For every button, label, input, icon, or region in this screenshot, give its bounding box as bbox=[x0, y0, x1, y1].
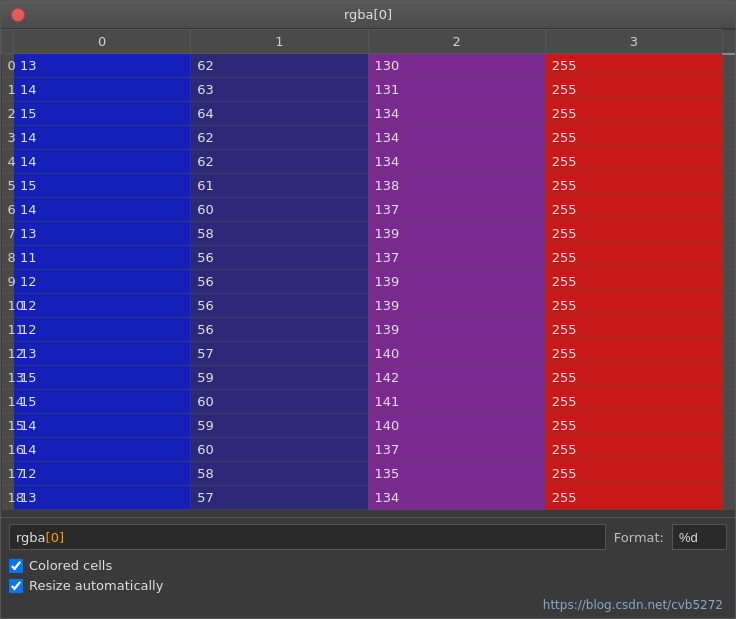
cell-col3[interactable]: 255 bbox=[545, 390, 722, 414]
cell-col2[interactable]: 139 bbox=[368, 270, 545, 294]
cell-col1[interactable]: 58 bbox=[191, 222, 368, 246]
cell-col0[interactable]: 15 bbox=[14, 366, 191, 390]
cell-col1[interactable]: 60 bbox=[191, 198, 368, 222]
resize-auto-row: Resize automatically bbox=[9, 578, 727, 593]
cell-col1[interactable]: 56 bbox=[191, 270, 368, 294]
cell-col1[interactable]: 56 bbox=[191, 246, 368, 270]
cell-col2[interactable]: 139 bbox=[368, 318, 545, 342]
close-button[interactable] bbox=[11, 8, 25, 22]
cell-col2[interactable]: 134 bbox=[368, 486, 545, 510]
cell-col3[interactable]: 255 bbox=[545, 54, 722, 78]
expr-bracket: [0] bbox=[46, 530, 64, 545]
cell-col1[interactable]: 56 bbox=[191, 318, 368, 342]
cell-col0[interactable]: 15 bbox=[14, 102, 191, 126]
cell-col1[interactable]: 56 bbox=[191, 294, 368, 318]
cell-col3[interactable]: 255 bbox=[545, 366, 722, 390]
cell-col3[interactable]: 255 bbox=[545, 438, 722, 462]
cell-col2[interactable]: 135 bbox=[368, 462, 545, 486]
cell-col3[interactable]: 255 bbox=[545, 222, 722, 246]
table-row: 11463131255 bbox=[2, 78, 735, 102]
scrollbar-spacer bbox=[723, 414, 735, 438]
scrollbar-spacer bbox=[723, 126, 735, 150]
cell-col1[interactable]: 58 bbox=[191, 462, 368, 486]
cell-col1[interactable]: 57 bbox=[191, 342, 368, 366]
cell-col2[interactable]: 134 bbox=[368, 126, 545, 150]
scrollbar-spacer bbox=[723, 222, 735, 246]
table-row: 161460137255 bbox=[2, 438, 735, 462]
cell-col3[interactable]: 255 bbox=[545, 102, 722, 126]
cell-col2[interactable]: 139 bbox=[368, 294, 545, 318]
cell-col3[interactable]: 255 bbox=[545, 462, 722, 486]
cell-col2[interactable]: 140 bbox=[368, 414, 545, 438]
cell-col3[interactable]: 255 bbox=[545, 318, 722, 342]
cell-col2[interactable]: 140 bbox=[368, 342, 545, 366]
cell-col0[interactable]: 14 bbox=[14, 198, 191, 222]
cell-col1[interactable]: 60 bbox=[191, 438, 368, 462]
cell-col1[interactable]: 59 bbox=[191, 414, 368, 438]
scrollbar-spacer bbox=[723, 318, 735, 342]
cell-col2[interactable]: 137 bbox=[368, 438, 545, 462]
cell-col0[interactable]: 14 bbox=[14, 438, 191, 462]
cell-col0[interactable]: 15 bbox=[14, 390, 191, 414]
cell-col1[interactable]: 64 bbox=[191, 102, 368, 126]
cell-col0[interactable]: 12 bbox=[14, 270, 191, 294]
expr-text: rgba bbox=[16, 530, 46, 545]
scrollbar-spacer bbox=[723, 294, 735, 318]
colored-cells-label: Colored cells bbox=[29, 558, 112, 573]
cell-col2[interactable]: 138 bbox=[368, 174, 545, 198]
cell-col0[interactable]: 13 bbox=[14, 54, 191, 78]
table-row: 111256139255 bbox=[2, 318, 735, 342]
cell-col3[interactable]: 255 bbox=[545, 246, 722, 270]
cell-col2[interactable]: 137 bbox=[368, 246, 545, 270]
main-window: rgba[0] 0 1 2 3 013621302551146313125521… bbox=[0, 0, 736, 619]
cell-col2[interactable]: 139 bbox=[368, 222, 545, 246]
cell-col1[interactable]: 62 bbox=[191, 150, 368, 174]
cell-col0[interactable]: 13 bbox=[14, 342, 191, 366]
row-index: 2 bbox=[2, 102, 14, 126]
cell-col3[interactable]: 255 bbox=[545, 414, 722, 438]
cell-col2[interactable]: 137 bbox=[368, 198, 545, 222]
cell-col0[interactable]: 11 bbox=[14, 246, 191, 270]
cell-col3[interactable]: 255 bbox=[545, 294, 722, 318]
cell-col3[interactable]: 255 bbox=[545, 150, 722, 174]
cell-col2[interactable]: 134 bbox=[368, 150, 545, 174]
cell-col0[interactable]: 14 bbox=[14, 126, 191, 150]
cell-col3[interactable]: 255 bbox=[545, 126, 722, 150]
scrollbar-spacer bbox=[723, 78, 735, 102]
cell-col1[interactable]: 62 bbox=[191, 54, 368, 78]
cell-col2[interactable]: 141 bbox=[368, 390, 545, 414]
cell-col0[interactable]: 14 bbox=[14, 150, 191, 174]
cell-col3[interactable]: 255 bbox=[545, 174, 722, 198]
cell-col0[interactable]: 13 bbox=[14, 486, 191, 510]
cell-col0[interactable]: 14 bbox=[14, 414, 191, 438]
cell-col1[interactable]: 60 bbox=[191, 390, 368, 414]
row-index: 0 bbox=[2, 54, 14, 78]
cell-col1[interactable]: 63 bbox=[191, 78, 368, 102]
cell-col3[interactable]: 255 bbox=[545, 486, 722, 510]
cell-col3[interactable]: 255 bbox=[545, 78, 722, 102]
cell-col2[interactable]: 142 bbox=[368, 366, 545, 390]
cell-col1[interactable]: 61 bbox=[191, 174, 368, 198]
cell-col1[interactable]: 57 bbox=[191, 486, 368, 510]
cell-col1[interactable]: 59 bbox=[191, 366, 368, 390]
cell-col3[interactable]: 255 bbox=[545, 198, 722, 222]
cell-col2[interactable]: 134 bbox=[368, 102, 545, 126]
cell-col3[interactable]: 255 bbox=[545, 342, 722, 366]
cell-col1[interactable]: 62 bbox=[191, 126, 368, 150]
cell-col2[interactable]: 130 bbox=[368, 54, 545, 78]
format-input[interactable] bbox=[672, 524, 727, 550]
footer-link: https://blog.csdn.net/cvb5272 bbox=[9, 598, 727, 612]
scrollbar-spacer bbox=[723, 486, 735, 510]
resize-auto-checkbox[interactable] bbox=[9, 579, 23, 593]
cell-col0[interactable]: 15 bbox=[14, 174, 191, 198]
table-row: 141560141255 bbox=[2, 390, 735, 414]
cell-col0[interactable]: 12 bbox=[14, 318, 191, 342]
expr-display[interactable]: rgba[0] bbox=[9, 524, 606, 550]
cell-col3[interactable]: 255 bbox=[545, 270, 722, 294]
colored-cells-checkbox[interactable] bbox=[9, 559, 23, 573]
cell-col2[interactable]: 131 bbox=[368, 78, 545, 102]
cell-col0[interactable]: 14 bbox=[14, 78, 191, 102]
cell-col0[interactable]: 12 bbox=[14, 294, 191, 318]
cell-col0[interactable]: 13 bbox=[14, 222, 191, 246]
cell-col0[interactable]: 12 bbox=[14, 462, 191, 486]
